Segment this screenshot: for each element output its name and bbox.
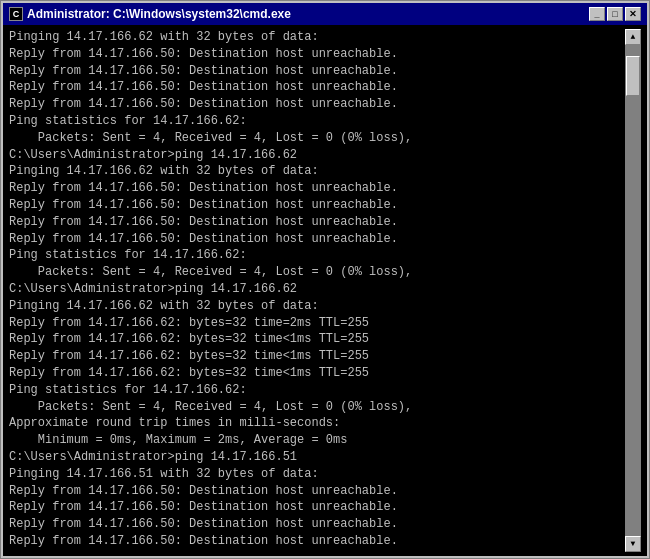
console-line: C:\Users\Administrator>ping 14.17.166.62 <box>9 281 625 298</box>
console-line: Pinging 14.17.166.62 with 32 bytes of da… <box>9 163 625 180</box>
console-line: Reply from 14.17.166.50: Destination hos… <box>9 63 625 80</box>
console-line: Reply from 14.17.166.62: bytes=32 time<1… <box>9 331 625 348</box>
console-line: Packets: Sent = 4, Received = 4, Lost = … <box>9 264 625 281</box>
console-line: Approximate round trip times in milli-se… <box>9 415 625 432</box>
console-line: Reply from 14.17.166.50: Destination hos… <box>9 214 625 231</box>
cmd-window: C Administrator: C:\Windows\system32\cmd… <box>1 1 649 558</box>
console-line: Reply from 14.17.166.50: Destination hos… <box>9 231 625 248</box>
console-line: Reply from 14.17.166.62: bytes=32 time<1… <box>9 348 625 365</box>
console-line: Reply from 14.17.166.50: Destination hos… <box>9 499 625 516</box>
console-area: Pinging 14.17.166.62 with 32 bytes of da… <box>3 25 647 556</box>
console-line: Reply from 14.17.166.50: Destination hos… <box>9 516 625 533</box>
console-line: Reply from 14.17.166.50: Destination hos… <box>9 46 625 63</box>
console-line: Reply from 14.17.166.62: bytes=32 time<1… <box>9 365 625 382</box>
console-line: C:\Users\Administrator>ping 14.17.166.51 <box>9 449 625 466</box>
console-line: Packets: Sent = 4, Received = 4, Lost = … <box>9 130 625 147</box>
window-icon: C <box>9 7 23 21</box>
window-title: Administrator: C:\Windows\system32\cmd.e… <box>27 7 291 21</box>
title-buttons: _ □ ✕ <box>589 7 641 21</box>
scroll-thumb[interactable] <box>626 56 640 96</box>
scrollbar[interactable]: ▲ ▼ <box>625 29 641 552</box>
scroll-up-button[interactable]: ▲ <box>625 29 641 45</box>
maximize-button[interactable]: □ <box>607 7 623 21</box>
console-line: Pinging 14.17.166.62 with 32 bytes of da… <box>9 298 625 315</box>
console-line: Reply from 14.17.166.50: Destination hos… <box>9 483 625 500</box>
scroll-down-button[interactable]: ▼ <box>625 536 641 552</box>
minimize-button[interactable]: _ <box>589 7 605 21</box>
console-line: Reply from 14.17.166.50: Destination hos… <box>9 533 625 550</box>
title-bar: C Administrator: C:\Windows\system32\cmd… <box>3 3 647 25</box>
console-line: Minimum = 0ms, Maximum = 2ms, Average = … <box>9 432 625 449</box>
console-line: Ping statistics for 14.17.166.62: <box>9 247 625 264</box>
console-line: Reply from 14.17.166.50: Destination hos… <box>9 197 625 214</box>
console-line: Ping statistics for 14.17.166.51: <box>9 550 625 552</box>
console-line: Reply from 14.17.166.50: Destination hos… <box>9 180 625 197</box>
console-content: Pinging 14.17.166.62 with 32 bytes of da… <box>9 29 625 552</box>
scroll-track[interactable] <box>625 45 641 536</box>
console-line: Reply from 14.17.166.50: Destination hos… <box>9 79 625 96</box>
console-line: Pinging 14.17.166.51 with 32 bytes of da… <box>9 466 625 483</box>
close-button[interactable]: ✕ <box>625 7 641 21</box>
console-line: Pinging 14.17.166.62 with 32 bytes of da… <box>9 29 625 46</box>
title-bar-left: C Administrator: C:\Windows\system32\cmd… <box>9 7 291 21</box>
console-line: Reply from 14.17.166.62: bytes=32 time=2… <box>9 315 625 332</box>
console-line: Reply from 14.17.166.50: Destination hos… <box>9 96 625 113</box>
console-line: Packets: Sent = 4, Received = 4, Lost = … <box>9 399 625 416</box>
console-line: C:\Users\Administrator>ping 14.17.166.62 <box>9 147 625 164</box>
console-line: Ping statistics for 14.17.166.62: <box>9 113 625 130</box>
console-line: Ping statistics for 14.17.166.62: <box>9 382 625 399</box>
